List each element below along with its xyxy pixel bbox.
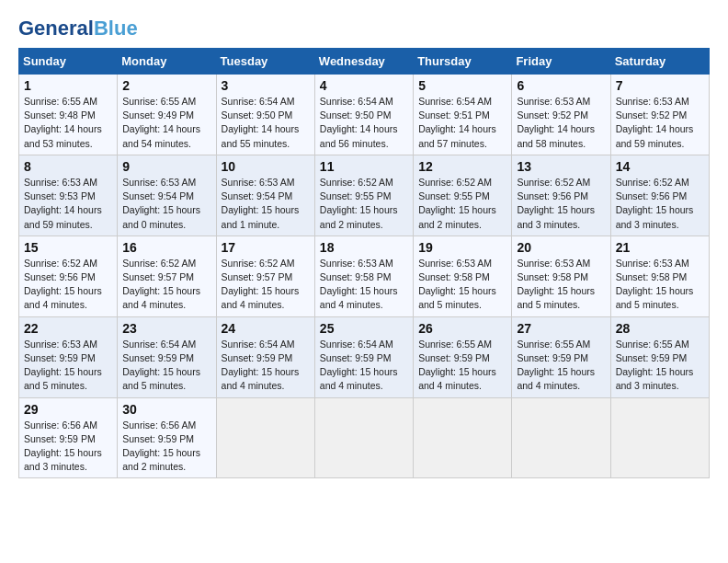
day-info: Sunrise: 6:54 AM Sunset: 9:51 PM Dayligh… xyxy=(418,95,506,151)
day-number: 25 xyxy=(320,321,408,336)
day-info: Sunrise: 6:52 AM Sunset: 9:55 PM Dayligh… xyxy=(320,176,408,232)
calendar-cell: 1 Sunrise: 6:55 AM Sunset: 9:48 PM Dayli… xyxy=(19,75,118,155)
day-number: 20 xyxy=(517,240,605,255)
day-number: 23 xyxy=(122,321,210,336)
weekday-header-tuesday: Tuesday xyxy=(216,49,314,75)
calendar-cell: 25 Sunrise: 6:54 AM Sunset: 9:59 PM Dayl… xyxy=(314,316,413,397)
calendar-week-4: 22 Sunrise: 6:53 AM Sunset: 9:59 PM Dayl… xyxy=(19,316,710,397)
calendar-cell: 28 Sunrise: 6:55 AM Sunset: 9:59 PM Dayl… xyxy=(610,316,709,397)
calendar-week-3: 15 Sunrise: 6:52 AM Sunset: 9:56 PM Dayl… xyxy=(19,236,710,316)
calendar-cell: 9 Sunrise: 6:53 AM Sunset: 9:54 PM Dayli… xyxy=(118,155,216,236)
day-number: 18 xyxy=(320,240,408,255)
day-number: 11 xyxy=(320,159,408,174)
day-info: Sunrise: 6:55 AM Sunset: 9:49 PM Dayligh… xyxy=(122,95,210,151)
day-info: Sunrise: 6:53 AM Sunset: 9:58 PM Dayligh… xyxy=(616,257,704,313)
calendar-cell xyxy=(216,397,314,478)
calendar-cell: 17 Sunrise: 6:52 AM Sunset: 9:57 PM Dayl… xyxy=(216,236,314,316)
calendar-cell: 6 Sunrise: 6:53 AM Sunset: 9:52 PM Dayli… xyxy=(512,75,610,155)
calendar-table: SundayMondayTuesdayWednesdayThursdayFrid… xyxy=(18,48,710,478)
page-header: GeneralBlue xyxy=(18,18,710,39)
day-info: Sunrise: 6:52 AM Sunset: 9:56 PM Dayligh… xyxy=(616,176,704,232)
calendar-cell: 24 Sunrise: 6:54 AM Sunset: 9:59 PM Dayl… xyxy=(216,316,314,397)
calendar-cell: 12 Sunrise: 6:52 AM Sunset: 9:55 PM Dayl… xyxy=(414,155,512,236)
calendar-cell: 4 Sunrise: 6:54 AM Sunset: 9:50 PM Dayli… xyxy=(314,75,413,155)
calendar-cell: 16 Sunrise: 6:52 AM Sunset: 9:57 PM Dayl… xyxy=(118,236,216,316)
day-number: 8 xyxy=(24,159,112,174)
calendar-cell xyxy=(512,397,610,478)
weekday-header-sunday: Sunday xyxy=(19,49,118,75)
calendar-cell: 29 Sunrise: 6:56 AM Sunset: 9:59 PM Dayl… xyxy=(19,397,118,478)
calendar-cell: 7 Sunrise: 6:53 AM Sunset: 9:52 PM Dayli… xyxy=(610,75,709,155)
day-number: 17 xyxy=(222,240,310,255)
day-number: 4 xyxy=(320,78,408,93)
day-info: Sunrise: 6:54 AM Sunset: 9:50 PM Dayligh… xyxy=(320,95,408,151)
day-number: 6 xyxy=(517,78,605,93)
day-number: 24 xyxy=(222,321,310,336)
day-info: Sunrise: 6:52 AM Sunset: 9:57 PM Dayligh… xyxy=(122,257,210,313)
calendar-cell: 8 Sunrise: 6:53 AM Sunset: 9:53 PM Dayli… xyxy=(19,155,118,236)
day-info: Sunrise: 6:53 AM Sunset: 9:54 PM Dayligh… xyxy=(222,176,310,232)
logo: GeneralBlue xyxy=(18,18,138,39)
calendar-cell: 15 Sunrise: 6:52 AM Sunset: 9:56 PM Dayl… xyxy=(19,236,118,316)
calendar-week-2: 8 Sunrise: 6:53 AM Sunset: 9:53 PM Dayli… xyxy=(19,155,710,236)
weekday-header-saturday: Saturday xyxy=(610,49,709,75)
calendar-week-1: 1 Sunrise: 6:55 AM Sunset: 9:48 PM Dayli… xyxy=(19,75,710,155)
day-info: Sunrise: 6:53 AM Sunset: 9:54 PM Dayligh… xyxy=(122,176,210,232)
day-number: 29 xyxy=(24,402,112,417)
day-number: 19 xyxy=(418,240,506,255)
day-info: Sunrise: 6:54 AM Sunset: 9:59 PM Dayligh… xyxy=(320,338,408,394)
day-info: Sunrise: 6:53 AM Sunset: 9:58 PM Dayligh… xyxy=(418,257,506,313)
day-number: 27 xyxy=(517,321,605,336)
day-number: 14 xyxy=(616,159,704,174)
weekday-header-wednesday: Wednesday xyxy=(314,49,413,75)
day-number: 28 xyxy=(616,321,704,336)
day-number: 21 xyxy=(616,240,704,255)
day-info: Sunrise: 6:53 AM Sunset: 9:53 PM Dayligh… xyxy=(24,176,112,232)
calendar-cell: 30 Sunrise: 6:56 AM Sunset: 9:59 PM Dayl… xyxy=(118,397,216,478)
day-info: Sunrise: 6:53 AM Sunset: 9:52 PM Dayligh… xyxy=(616,95,704,151)
day-info: Sunrise: 6:55 AM Sunset: 9:48 PM Dayligh… xyxy=(24,95,112,151)
calendar-week-5: 29 Sunrise: 6:56 AM Sunset: 9:59 PM Dayl… xyxy=(19,397,710,478)
calendar-cell: 21 Sunrise: 6:53 AM Sunset: 9:58 PM Dayl… xyxy=(610,236,709,316)
day-info: Sunrise: 6:56 AM Sunset: 9:59 PM Dayligh… xyxy=(122,419,210,475)
calendar-cell xyxy=(314,397,413,478)
weekday-header-thursday: Thursday xyxy=(414,49,512,75)
calendar-cell xyxy=(414,397,512,478)
day-number: 26 xyxy=(418,321,506,336)
day-number: 22 xyxy=(24,321,112,336)
day-info: Sunrise: 6:56 AM Sunset: 9:59 PM Dayligh… xyxy=(24,419,112,475)
day-info: Sunrise: 6:52 AM Sunset: 9:55 PM Dayligh… xyxy=(418,176,506,232)
calendar-cell: 3 Sunrise: 6:54 AM Sunset: 9:50 PM Dayli… xyxy=(216,75,314,155)
day-number: 1 xyxy=(24,78,112,93)
day-info: Sunrise: 6:55 AM Sunset: 9:59 PM Dayligh… xyxy=(418,338,506,394)
day-info: Sunrise: 6:52 AM Sunset: 9:56 PM Dayligh… xyxy=(517,176,605,232)
day-info: Sunrise: 6:53 AM Sunset: 9:52 PM Dayligh… xyxy=(517,95,605,151)
calendar-cell: 14 Sunrise: 6:52 AM Sunset: 9:56 PM Dayl… xyxy=(610,155,709,236)
day-number: 10 xyxy=(222,159,310,174)
day-info: Sunrise: 6:55 AM Sunset: 9:59 PM Dayligh… xyxy=(517,338,605,394)
day-number: 3 xyxy=(222,78,310,93)
weekday-header-friday: Friday xyxy=(512,49,610,75)
day-info: Sunrise: 6:54 AM Sunset: 9:59 PM Dayligh… xyxy=(122,338,210,394)
day-number: 13 xyxy=(517,159,605,174)
weekday-header-monday: Monday xyxy=(118,49,216,75)
day-info: Sunrise: 6:54 AM Sunset: 9:50 PM Dayligh… xyxy=(222,95,310,151)
day-info: Sunrise: 6:53 AM Sunset: 9:59 PM Dayligh… xyxy=(24,338,112,394)
calendar-cell: 22 Sunrise: 6:53 AM Sunset: 9:59 PM Dayl… xyxy=(19,316,118,397)
calendar-cell: 26 Sunrise: 6:55 AM Sunset: 9:59 PM Dayl… xyxy=(414,316,512,397)
day-info: Sunrise: 6:54 AM Sunset: 9:59 PM Dayligh… xyxy=(222,338,310,394)
calendar-cell: 23 Sunrise: 6:54 AM Sunset: 9:59 PM Dayl… xyxy=(118,316,216,397)
calendar-cell: 27 Sunrise: 6:55 AM Sunset: 9:59 PM Dayl… xyxy=(512,316,610,397)
calendar-cell: 10 Sunrise: 6:53 AM Sunset: 9:54 PM Dayl… xyxy=(216,155,314,236)
logo-blue: Blue xyxy=(94,17,138,40)
calendar-cell: 19 Sunrise: 6:53 AM Sunset: 9:58 PM Dayl… xyxy=(414,236,512,316)
day-number: 2 xyxy=(122,78,210,93)
day-number: 15 xyxy=(24,240,112,255)
day-info: Sunrise: 6:52 AM Sunset: 9:57 PM Dayligh… xyxy=(222,257,310,313)
day-info: Sunrise: 6:53 AM Sunset: 9:58 PM Dayligh… xyxy=(517,257,605,313)
day-number: 16 xyxy=(122,240,210,255)
calendar-cell: 13 Sunrise: 6:52 AM Sunset: 9:56 PM Dayl… xyxy=(512,155,610,236)
calendar-cell: 20 Sunrise: 6:53 AM Sunset: 9:58 PM Dayl… xyxy=(512,236,610,316)
calendar-cell: 11 Sunrise: 6:52 AM Sunset: 9:55 PM Dayl… xyxy=(314,155,413,236)
calendar-cell: 2 Sunrise: 6:55 AM Sunset: 9:49 PM Dayli… xyxy=(118,75,216,155)
